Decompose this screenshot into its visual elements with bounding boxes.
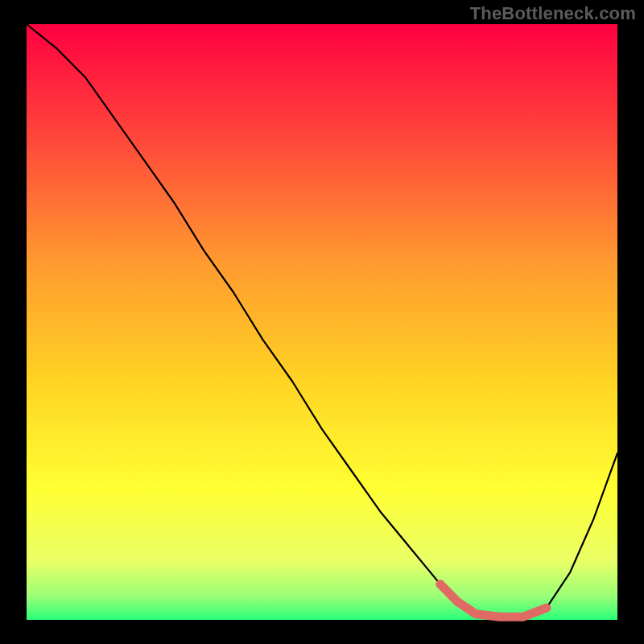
watermark-text: TheBottleneck.com [470,3,636,24]
bottleneck-chart [0,0,644,644]
chart-container: TheBottleneck.com [0,0,644,644]
plot-background [27,24,617,620]
